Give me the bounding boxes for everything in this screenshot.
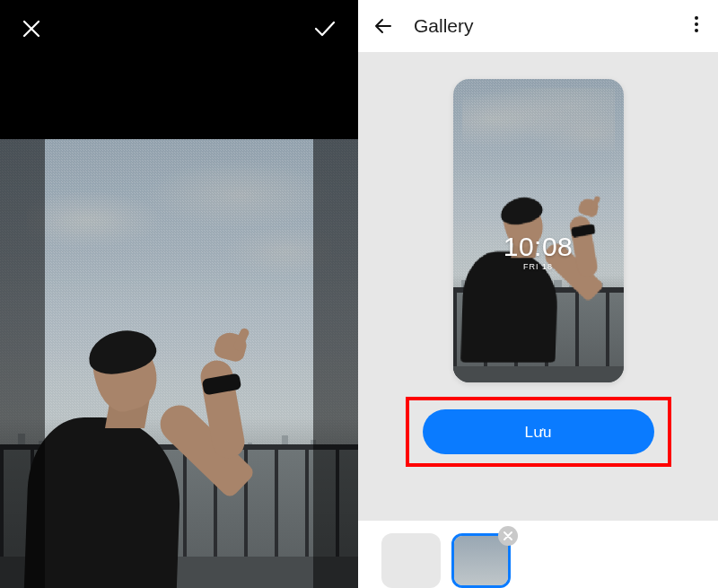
check-icon[interactable] — [313, 19, 337, 39]
crop-mask-right — [313, 139, 358, 588]
close-icon[interactable] — [22, 19, 41, 39]
thumbnail-strip — [358, 521, 718, 588]
crop-editor-panel — [0, 0, 358, 588]
thumbnail-photo — [454, 536, 508, 585]
lockscreen-date: FRI 18 — [453, 262, 624, 271]
lockscreen-time: 10:08 — [453, 233, 624, 260]
gallery-header: Gallery — [358, 0, 718, 52]
thumbnail-selected-wrapper — [451, 533, 511, 588]
crop-photo-area[interactable] — [0, 139, 358, 588]
page-title: Gallery — [414, 15, 474, 37]
gallery-panel: Gallery — [358, 0, 718, 588]
crop-editor-header — [0, 0, 358, 57]
more-icon[interactable] — [689, 11, 704, 41]
save-button[interactable]: Lưu — [423, 409, 654, 454]
svg-point-2 — [695, 29, 698, 32]
svg-point-0 — [695, 16, 698, 20]
thumbnail-remove-icon[interactable] — [498, 526, 518, 546]
lockscreen-clock: 10:08 FRI 18 — [453, 233, 624, 271]
photo-person — [18, 328, 251, 588]
thumbnail-empty[interactable] — [381, 533, 441, 588]
lockscreen-preview[interactable]: 10:08 FRI 18 — [453, 79, 624, 382]
svg-point-1 — [695, 22, 698, 26]
wallpaper-preview-zone: 10:08 FRI 18 Lưu — [358, 52, 718, 521]
back-icon[interactable] — [372, 15, 394, 37]
crop-mask-left — [0, 139, 45, 588]
lockscreen-photo — [453, 79, 624, 382]
